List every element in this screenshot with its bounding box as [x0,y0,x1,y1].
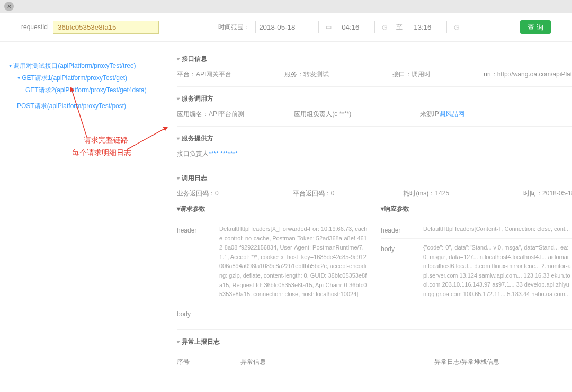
requestid-label: requestId [21,23,48,31]
time-to-input[interactable] [410,21,447,33]
date-input[interactable] [255,21,319,33]
request-params: ▾请求参数 header DefaultHttpHeaders[X_Forwar… [177,198,368,322]
tree-node[interactable]: GET请求2(apiPlatform/proxyTest/get4data) [8,84,164,96]
section-error-log: ▾异常上报日志 序号 异常信息 异常日志/异常堆栈信息 [177,330,572,374]
window-topbar: ✕ [0,0,572,13]
to-label: 至 [396,23,403,32]
section-log: ▾调用日志 业务返回码：0 平台返回码：0 耗时(ms)：1425 时间：201… [177,166,572,330]
calendar-icon: ▭ [324,23,333,31]
request-tree: ▾调用对测试接口(apiPlatform/proxyTest/tree) ▾GE… [0,42,164,392]
close-icon[interactable]: ✕ [4,2,14,11]
chevron-down-icon: ▾ [177,96,180,102]
time-from-input[interactable] [338,21,375,33]
tree-node[interactable]: ▾GET请求1(apiPlatform/proxyTest/get) [8,72,164,84]
error-table-header: 序号 异常信息 异常日志/异常堆栈信息 [177,353,572,367]
svg-line-1 [127,127,167,149]
annotation-text: 每个请求明细日志 [72,146,131,160]
response-header-value: DefaultHttpHeaders[Content-T, Connection… [423,225,572,234]
annotation-text: 请求完整链路 [84,133,128,147]
request-header-value: DefaultHttpHeaders[X_Forwarded-For: 10.1… [219,225,368,299]
clock-icon: ◷ [380,23,389,31]
clock-icon: ◷ [452,23,461,31]
chevron-down-icon: ▾ [177,136,180,141]
chevron-down-icon: ▾ [177,175,180,181]
detail-panel: ▾接口信息 平台：API网关平台 服务：转发测试 接口：调用时 uri：http… [164,42,572,392]
annotation-arrow [122,124,169,150]
tree-node[interactable]: POST请求(apiPlatform/proxyTest/post) [8,100,164,112]
response-body-value: {"code":"0","data":"Stand... v:0, msga",… [423,243,572,299]
response-params: ▾响应参数 header DefaultHttpHeaders[Content-… [381,198,572,322]
caret-icon: ▾ [8,62,12,69]
requestid-input[interactable] [53,21,159,34]
chevron-down-icon: ▾ [177,339,180,345]
timerange-label: 时间范围： [218,23,250,32]
search-button[interactable]: 查 询 [520,20,551,34]
section-caller: ▾服务调用方 应用编名：API平台前测 应用组负责人(c ****) 来源IP调… [177,87,572,127]
filter-bar: requestId 时间范围： ▭ ◷ 至 ◷ 查 询 [0,13,572,42]
request-body-value [219,308,368,318]
chevron-down-icon: ▾ [177,56,180,62]
caret-icon: ▾ [17,74,21,82]
tree-node[interactable]: ▾调用对测试接口(apiPlatform/proxyTest/tree) [8,60,164,72]
section-interface: ▾接口信息 平台：API网关平台 服务：转发测试 接口：调用时 uri：http… [177,47,572,87]
section-provider: ▾服务提供方 接口负责人**** ******* [177,127,572,166]
